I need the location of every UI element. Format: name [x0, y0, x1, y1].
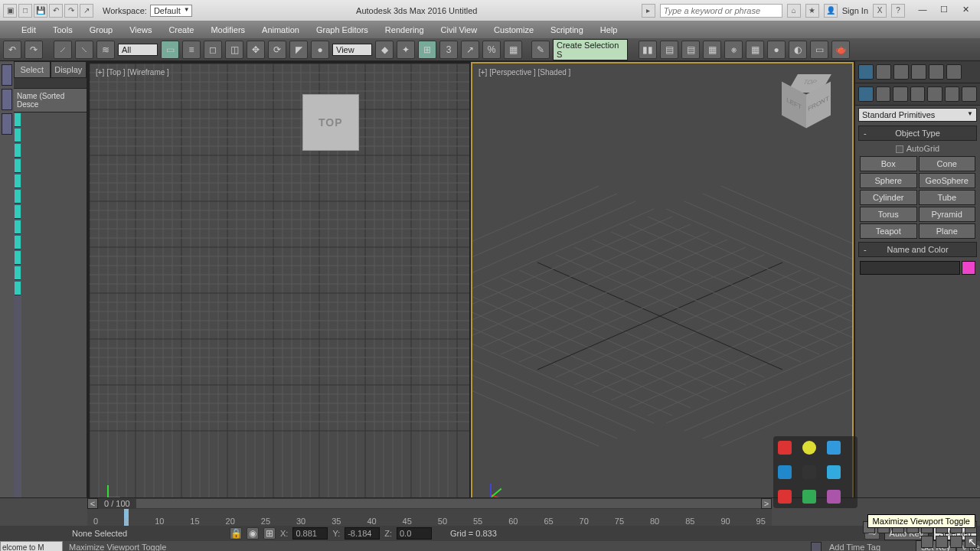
menu-help[interactable]: Help: [600, 25, 618, 34]
pivot-center-button[interactable]: ◆: [375, 41, 394, 59]
help-icon[interactable]: ?: [891, 4, 905, 18]
placement-button[interactable]: ●: [311, 41, 329, 59]
signin-icon[interactable]: 👤: [824, 4, 838, 18]
scene-explorer-sort-header[interactable]: Name (Sorted Desce: [14, 89, 87, 112]
tab-select[interactable]: Select: [14, 61, 51, 78]
close-button[interactable]: ✕: [957, 5, 974, 17]
x-coord-input[interactable]: 0.881: [292, 527, 328, 540]
schematic-view-button[interactable]: ▦: [746, 41, 764, 59]
create-geometry-icon[interactable]: [858, 86, 874, 102]
signin-label[interactable]: Sign In: [842, 6, 868, 15]
primitive-pyramid[interactable]: Pyramid: [919, 207, 976, 222]
infocenter-icon[interactable]: ⌂: [787, 4, 801, 18]
menu-views[interactable]: Views: [129, 25, 152, 34]
timeline-scroll-left[interactable]: <: [87, 498, 98, 509]
fov-button[interactable]: [936, 536, 948, 548]
primitive-tube[interactable]: Tube: [919, 190, 976, 205]
viewport-top[interactable]: [+] [Top ] [Wireframe ] TOP: [89, 63, 470, 513]
menu-modifiers[interactable]: Modifiers: [211, 25, 245, 34]
named-sel-icon[interactable]: ✎: [531, 41, 550, 59]
rollout-object-type[interactable]: -Object Type: [858, 126, 977, 141]
title-dd-icon[interactable]: ▸: [642, 4, 655, 18]
menu-animation[interactable]: Animation: [262, 25, 299, 34]
se-filter-4[interactable]: [15, 159, 21, 173]
timeline-scroll-right[interactable]: >: [761, 498, 772, 509]
rect-region-button[interactable]: ◻: [204, 41, 222, 59]
move-button[interactable]: ✥: [247, 41, 265, 59]
snap-toggle-button[interactable]: ⊞: [418, 41, 436, 59]
primitive-teapot[interactable]: Teapot: [860, 223, 917, 239]
frame-indicator[interactable]: 0 / 100: [98, 499, 136, 508]
select-by-name-button[interactable]: ≡: [182, 41, 201, 59]
named-selection-dropdown[interactable]: Create Selection S: [553, 39, 628, 60]
scale-button[interactable]: ◤: [289, 41, 308, 59]
exchange-icon[interactable]: X: [873, 4, 887, 18]
isolate-icon[interactable]: ◉: [247, 527, 259, 540]
bind-spacewarp-button[interactable]: ≋: [96, 41, 115, 59]
comm-center-icon[interactable]: [811, 542, 822, 551]
menu-rendering[interactable]: Rendering: [385, 25, 424, 34]
dropbox-icon[interactable]: [802, 465, 816, 479]
bluetooth-icon[interactable]: [827, 441, 841, 455]
tab-display[interactable]: Display: [51, 61, 87, 78]
se-filter-8[interactable]: [15, 220, 21, 234]
rendered-frame-button[interactable]: ▭: [810, 41, 828, 59]
selection-lock-icon[interactable]: ⊞: [263, 527, 276, 540]
cmdpanel-create-icon[interactable]: [858, 64, 874, 80]
menu-graph-editors[interactable]: Graph Editors: [316, 25, 368, 34]
create-systems-icon[interactable]: [962, 86, 977, 102]
menu-tools[interactable]: Tools: [53, 25, 73, 34]
ref-coord-dropdown[interactable]: View: [332, 44, 372, 56]
cmdpanel-motion-icon[interactable]: [911, 64, 926, 80]
undo-button[interactable]: ↶: [3, 41, 21, 59]
viewport-top-label[interactable]: [+] [Top ] [Wireframe ]: [96, 68, 169, 77]
redo-button[interactable]: ↷: [24, 41, 43, 59]
cmdpanel-display-icon[interactable]: [929, 64, 944, 80]
align-button[interactable]: ▤: [660, 41, 678, 59]
cmdpanel-hierarchy-icon[interactable]: [893, 64, 909, 80]
tray-icon-2[interactable]: [802, 441, 816, 455]
left-tool-2[interactable]: [2, 89, 12, 110]
save-icon[interactable]: 💾: [34, 4, 47, 18]
tray-icon-4[interactable]: [778, 465, 792, 479]
skype-icon[interactable]: [827, 465, 841, 479]
autogrid-checkbox[interactable]: [896, 145, 903, 153]
cmdpanel-modify-icon[interactable]: [876, 64, 891, 80]
layer-explorer-button[interactable]: ▤: [681, 41, 700, 59]
object-color-swatch[interactable]: [962, 261, 975, 275]
render-setup-button[interactable]: ◐: [789, 41, 807, 59]
menu-customize[interactable]: Customize: [494, 25, 534, 34]
menu-scripting[interactable]: Scripting: [550, 25, 583, 34]
se-filter-11[interactable]: [15, 266, 21, 280]
viewcube[interactable]: TOP LEFT FRONT: [779, 74, 837, 132]
se-filter-7[interactable]: [15, 205, 21, 219]
angle-snap-button[interactable]: 3: [439, 41, 458, 59]
viewcube-top-label[interactable]: TOP: [302, 94, 359, 151]
primitive-geosphere[interactable]: GeoSphere: [919, 173, 976, 188]
menu-edit[interactable]: Edit: [21, 25, 36, 34]
primitive-box[interactable]: Box: [860, 156, 917, 171]
tray-icon-1[interactable]: [778, 441, 792, 455]
new-icon[interactable]: □: [18, 4, 32, 18]
toggle-ribbon-button[interactable]: ▦: [703, 41, 721, 59]
manipulate-button[interactable]: ✦: [397, 41, 415, 59]
create-cameras-icon[interactable]: [910, 86, 926, 102]
material-editor-button[interactable]: ●: [767, 41, 786, 59]
select-object-button[interactable]: ▭: [161, 41, 179, 59]
spinner-snap-button[interactable]: %: [482, 41, 501, 59]
cmdpanel-utility-icon[interactable]: [946, 64, 962, 80]
primitive-torus[interactable]: Torus: [860, 207, 917, 222]
create-lights-icon[interactable]: [893, 86, 908, 102]
mirror-button[interactable]: ▮▮: [639, 41, 657, 59]
maxscript-listener[interactable]: elcome to M: [0, 541, 63, 552]
maximize-button[interactable]: ☐: [936, 5, 952, 17]
link-icon[interactable]: ↗: [80, 4, 93, 18]
se-filter-3[interactable]: [15, 144, 21, 158]
link-button[interactable]: ⟋: [54, 41, 72, 59]
se-filter-12[interactable]: [15, 282, 21, 295]
render-button[interactable]: 🫖: [831, 41, 850, 59]
unlink-button[interactable]: ⟍: [75, 41, 93, 59]
tray-icon-9[interactable]: [827, 490, 841, 504]
rollout-name-color[interactable]: -Name and Color: [858, 242, 977, 257]
create-helpers-icon[interactable]: [927, 86, 942, 102]
